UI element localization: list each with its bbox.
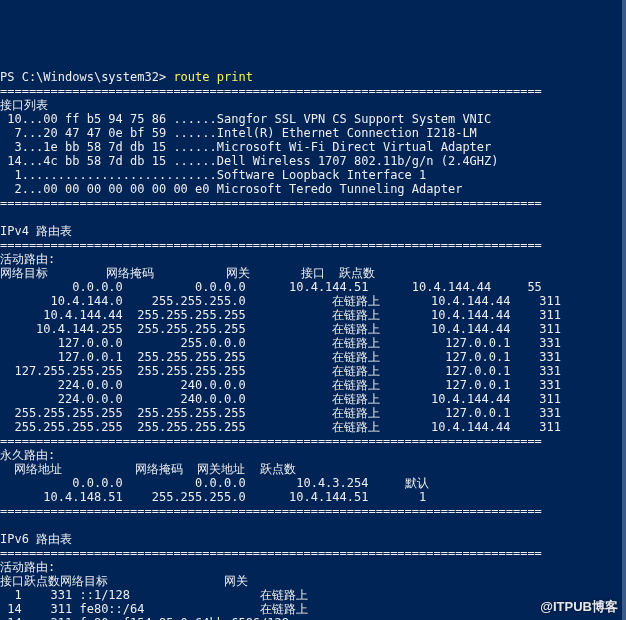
ipv4-persistent-row: 0.0.0.0 0.0.0.0 10.4.3.254 默认 [0, 476, 436, 490]
ipv4-route-row: 127.0.0.1 255.255.255.255 在链路上 127.0.0.1… [0, 350, 561, 364]
ipv6-route-row: 14 311 fe80::/64 在链路上 [0, 602, 308, 616]
ipv4-active-title: 活动路由: [0, 252, 55, 266]
ipv6-headers: 接口跃点数网络目标 网关 [0, 574, 248, 588]
ipv4-route-row: 255.255.255.255 255.255.255.255 在链路上 127… [0, 406, 561, 420]
ipv4-persistent-title: 永久路由: [0, 448, 55, 462]
scrollbar[interactable] [622, 0, 626, 620]
ipv4-route-row: 127.0.0.0 255.0.0.0 在链路上 127.0.0.1 331 [0, 336, 561, 350]
ipv6-route-row: 1 331 ::1/128 在链路上 [0, 588, 308, 602]
ipv6-active-title: 活动路由: [0, 560, 55, 574]
interface-list-title: 接口列表 [0, 98, 48, 112]
divider: ========================================… [0, 196, 542, 210]
ipv4-headers: 网络目标 网络掩码 网关 接口 跃点数 [0, 266, 375, 280]
interface-row: 7...20 47 47 0e bf 59 ......Intel(R) Eth… [0, 126, 477, 140]
ipv4-route-row: 0.0.0.0 0.0.0.0 10.4.144.51 10.4.144.44 … [0, 280, 542, 294]
ipv4-title: IPv4 路由表 [0, 224, 72, 238]
ipv4-route-row: 224.0.0.0 240.0.0.0 在链路上 127.0.0.1 331 [0, 378, 561, 392]
ipv4-route-row: 10.4.144.255 255.255.255.255 在链路上 10.4.1… [0, 322, 561, 336]
divider: ========================================… [0, 546, 542, 560]
interface-row: 2...00 00 00 00 00 00 00 e0 Microsoft Te… [0, 182, 462, 196]
ipv4-route-row: 10.4.144.44 255.255.255.255 在链路上 10.4.14… [0, 308, 561, 322]
terminal-output[interactable]: PS C:\Windows\system32> route print ====… [0, 56, 626, 620]
divider: ========================================… [0, 238, 542, 252]
ipv4-route-row: 224.0.0.0 240.0.0.0 在链路上 10.4.144.44 311 [0, 392, 561, 406]
ps-prompt: PS C:\Windows\system32> [0, 70, 173, 84]
interface-row: 10...00 ff b5 94 75 86 ......Sangfor SSL… [0, 112, 491, 126]
command-text: route print [173, 70, 252, 84]
ipv6-title: IPv6 路由表 [0, 532, 72, 546]
ipv6-route-row: 14 311 fe80::f154:85e0:64bb:6586/128 [0, 616, 289, 620]
interface-row: 14...4c bb 58 7d db 15 ......Dell Wirele… [0, 154, 499, 168]
ipv4-route-row: 127.255.255.255 255.255.255.255 在链路上 127… [0, 364, 561, 378]
ipv4-persistent-row: 10.4.148.51 255.255.255.0 10.4.144.51 1 [0, 490, 426, 504]
interface-row: 3...1e bb 58 7d db 15 ......Microsoft Wi… [0, 140, 491, 154]
ipv4-persistent-headers: 网络地址 网络掩码 网关地址 跃点数 [0, 462, 296, 476]
interface-row: 1...........................Software Loo… [0, 168, 426, 182]
watermark-text: @ITPUB博客 [540, 600, 618, 614]
divider: ========================================… [0, 434, 542, 448]
ipv4-route-row: 255.255.255.255 255.255.255.255 在链路上 10.… [0, 420, 561, 434]
divider: ========================================… [0, 84, 542, 98]
ipv4-route-row: 10.4.144.0 255.255.255.0 在链路上 10.4.144.4… [0, 294, 561, 308]
divider: ========================================… [0, 504, 542, 518]
